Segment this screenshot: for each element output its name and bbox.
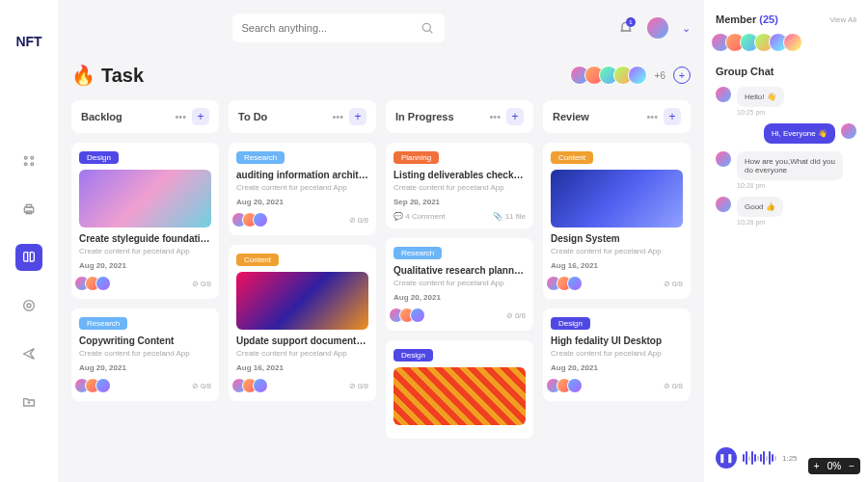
search-box[interactable] bbox=[232, 13, 445, 42]
task-card[interactable]: ContentDesign SystemCreate content for p… bbox=[543, 143, 691, 299]
user-avatar[interactable] bbox=[647, 17, 668, 39]
kanban-column: Review •••+ContentDesign SystemCreate co… bbox=[543, 100, 691, 482]
card-title: Qualitative research planning bbox=[393, 265, 526, 276]
card-title: Copywriting Content bbox=[79, 335, 211, 346]
nav-send[interactable] bbox=[15, 340, 42, 367]
card-comments: 💬 4 Comment bbox=[393, 212, 446, 221]
card-assignees bbox=[393, 308, 425, 323]
card-date: Aug 20, 2021 bbox=[79, 261, 211, 270]
member-avatars[interactable] bbox=[575, 66, 647, 85]
brand-logo[interactable]: NFT bbox=[15, 34, 41, 49]
card-title: auditing information architecture bbox=[236, 170, 368, 180]
notifications-button[interactable]: 1 bbox=[618, 19, 634, 37]
task-card[interactable]: ResearchQualitative research planningCre… bbox=[386, 238, 533, 331]
card-date: Aug 20, 2021 bbox=[393, 293, 526, 302]
message-avatar bbox=[716, 151, 731, 167]
card-image bbox=[393, 367, 526, 425]
message-time: 10:28 pm bbox=[737, 219, 783, 226]
kanban-column: In Progress •••+PlanningListing delivera… bbox=[386, 100, 533, 482]
svg-point-1 bbox=[31, 156, 34, 159]
zoom-control: + 0% − bbox=[808, 458, 860, 474]
card-tag: Planning bbox=[393, 151, 439, 164]
column-menu[interactable]: ••• bbox=[646, 111, 658, 122]
sidebar: NFT bbox=[0, 0, 58, 482]
column-menu[interactable]: ••• bbox=[175, 111, 186, 122]
card-subtitle: Create content for peceland App bbox=[551, 349, 683, 358]
notification-badge: 1 bbox=[626, 17, 636, 27]
nav-print[interactable] bbox=[15, 196, 42, 223]
task-card[interactable]: DesignHigh fedality UI DesktopCreate con… bbox=[543, 308, 691, 401]
topbar: 1 ⌄ bbox=[71, 0, 691, 56]
nav-folder[interactable] bbox=[15, 388, 42, 415]
card-progress: ⊘ 0/8 bbox=[664, 280, 683, 288]
page-header: 🔥 Task +6 + bbox=[71, 64, 691, 87]
fire-icon: 🔥 bbox=[71, 64, 95, 87]
card-tag: Research bbox=[393, 247, 442, 259]
task-card[interactable]: DesignCreate styleguide foundationCreate… bbox=[71, 143, 219, 299]
add-card-button[interactable]: + bbox=[506, 108, 524, 125]
chat-title: Group Chat bbox=[716, 66, 856, 77]
task-card[interactable]: Design bbox=[386, 340, 533, 439]
nav-tasks[interactable] bbox=[15, 244, 42, 271]
message-bubble: How are you,What did you do everyone bbox=[737, 151, 843, 180]
card-tag: Content bbox=[236, 254, 279, 266]
zoom-in-button[interactable]: + bbox=[814, 461, 820, 471]
view-all-members[interactable]: View All bbox=[829, 15, 856, 24]
card-title: Create styleguide foundation bbox=[79, 233, 211, 244]
task-card[interactable]: ResearchCopywriting ContentCreate conten… bbox=[71, 308, 219, 401]
message-avatar bbox=[716, 197, 731, 212]
card-date: Aug 20, 2021 bbox=[551, 363, 683, 372]
message-time: 10:25 pm bbox=[737, 109, 784, 116]
search-input[interactable] bbox=[242, 22, 420, 34]
card-subtitle: Create content for peceland App bbox=[393, 279, 526, 287]
members-header: Member (25) View All bbox=[716, 13, 856, 25]
task-card[interactable]: ContentUpdate support documentationCreat… bbox=[229, 245, 376, 401]
card-assignees bbox=[236, 212, 268, 228]
page-title: 🔥 Task bbox=[71, 64, 144, 87]
svg-point-7 bbox=[27, 304, 31, 308]
nav-settings[interactable] bbox=[15, 292, 42, 319]
add-card-button[interactable]: + bbox=[192, 108, 209, 125]
card-progress: ⊘ 0/8 bbox=[192, 382, 211, 390]
card-date: Aug 20, 2021 bbox=[79, 363, 211, 372]
grid-icon bbox=[21, 153, 37, 169]
card-assignees bbox=[79, 276, 111, 291]
chat-message: Hello! 👋10:25 pm bbox=[716, 87, 856, 116]
column-header: Review •••+ bbox=[543, 100, 691, 133]
gear-icon bbox=[21, 298, 37, 313]
nav-dashboard[interactable] bbox=[15, 147, 42, 174]
card-image bbox=[236, 272, 368, 330]
card-files: 📎 11 file bbox=[493, 212, 526, 221]
chat-message: Good 👍10:28 pm bbox=[716, 197, 856, 226]
add-card-button[interactable]: + bbox=[664, 108, 681, 125]
card-tag: Design bbox=[551, 317, 590, 330]
column-menu[interactable]: ••• bbox=[489, 111, 501, 122]
task-card[interactable]: PlanningListing deliverables checklistCr… bbox=[386, 143, 533, 228]
user-menu-chevron[interactable]: ⌄ bbox=[682, 22, 691, 35]
column-header: Backlog •••+ bbox=[71, 100, 219, 133]
zoom-out-button[interactable]: − bbox=[849, 461, 854, 471]
members-count: (25) bbox=[759, 13, 778, 25]
page-title-text: Task bbox=[101, 65, 144, 87]
card-tag: Research bbox=[79, 317, 127, 330]
member-list[interactable] bbox=[716, 33, 856, 52]
add-member-button[interactable]: + bbox=[673, 67, 691, 84]
audio-waveform[interactable] bbox=[743, 451, 776, 465]
add-card-button[interactable]: + bbox=[349, 108, 366, 125]
card-tag: Design bbox=[393, 349, 433, 362]
column-menu[interactable]: ••• bbox=[332, 111, 343, 122]
svg-rect-5 bbox=[26, 204, 31, 207]
audio-play-button[interactable]: ❚❚ bbox=[716, 447, 737, 469]
chat-message: Hi, Everyone 👋 bbox=[716, 123, 856, 144]
card-title: Design System bbox=[551, 233, 683, 244]
task-card[interactable]: Researchauditing information architectur… bbox=[229, 143, 376, 235]
card-assignees bbox=[236, 378, 268, 393]
card-image bbox=[551, 170, 683, 228]
message-bubble: Hi, Everyone 👋 bbox=[764, 123, 835, 144]
column-title: Backlog bbox=[81, 111, 122, 122]
card-image bbox=[79, 170, 211, 228]
card-tag: Design bbox=[79, 151, 119, 164]
svg-point-2 bbox=[24, 163, 27, 166]
column-title: In Progress bbox=[395, 111, 454, 122]
svg-point-8 bbox=[24, 301, 35, 311]
